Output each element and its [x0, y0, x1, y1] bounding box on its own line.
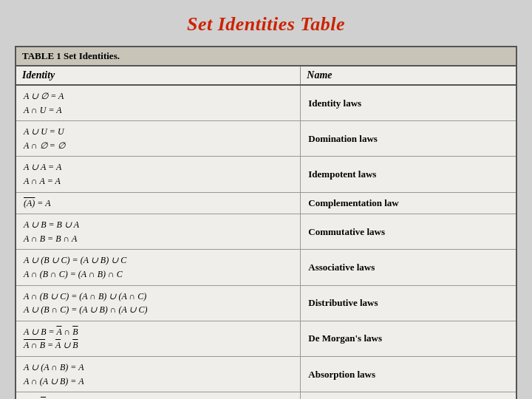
cell-identity-6: A ∩ (B ∪ C) = (A ∩ B) ∪ (A ∩ C)A ∪ (B ∩ … [16, 286, 301, 321]
col-header-name: Name [301, 66, 516, 84]
table-row: A ∪ U = UA ∩ ∅ = ∅Domination laws [16, 121, 516, 157]
table-row: A ∪ A = AA ∩ A = AIdempotent laws [16, 157, 516, 192]
cell-identity-3: (A) = A [16, 193, 301, 214]
table-row: (A) = AComplementation law [16, 193, 516, 215]
cell-name-0: Identity laws [301, 86, 516, 120]
cell-identity-7: A ∪ B = A ∩ BA ∩ B = A ∪ B [16, 321, 301, 356]
table-row: A ∩ (B ∪ C) = (A ∩ B) ∪ (A ∩ C)A ∪ (B ∩ … [16, 286, 516, 321]
cell-identity-4: A ∪ B = B ∪ AA ∩ B = B ∩ A [16, 214, 301, 249]
cell-identity-8: A ∪ (A ∩ B) = AA ∩ (A ∪ B) = A [16, 357, 301, 392]
cell-name-8: Absorption laws [301, 357, 516, 392]
cell-name-9: Complement laws [301, 392, 516, 399]
cell-name-3: Complementation law [301, 193, 516, 214]
table-label: TABLE 1 Set Identities. [22, 50, 120, 62]
set-identities-table: TABLE 1 Set Identities. Identity Name A … [15, 46, 517, 399]
cell-name-2: Idempotent laws [301, 157, 516, 191]
cell-name-4: Commutative laws [301, 214, 516, 249]
cell-identity-9: A ∪ A = UA ∩ A = ∅ [16, 392, 301, 399]
table-header: TABLE 1 Set Identities. [16, 47, 516, 66]
col-header-identity: Identity [16, 66, 301, 84]
cell-identity-2: A ∪ A = AA ∩ A = A [16, 157, 301, 191]
cell-name-6: Distributive laws [301, 286, 516, 321]
cell-name-5: Associative laws [301, 250, 516, 284]
table-row: A ∪ (A ∩ B) = AA ∩ (A ∪ B) = AAbsorption… [16, 357, 516, 392]
table-row: A ∪ A = UA ∩ A = ∅Complement laws [16, 392, 516, 399]
table-body: A ∪ ∅ = AA ∩ U = AIdentity lawsA ∪ U = U… [16, 86, 516, 399]
table-row: A ∪ B = B ∪ AA ∩ B = B ∩ ACommutative la… [16, 214, 516, 250]
cell-identity-1: A ∪ U = UA ∩ ∅ = ∅ [16, 121, 301, 156]
cell-identity-0: A ∪ ∅ = AA ∩ U = A [16, 86, 301, 120]
cell-name-7: De Morgan's laws [301, 321, 516, 356]
column-headers: Identity Name [16, 66, 516, 86]
table-row: A ∪ B = A ∩ BA ∩ B = A ∪ BDe Morgan's la… [16, 321, 516, 357]
page-title: Set Identities Table [187, 13, 345, 35]
table-row: A ∪ ∅ = AA ∩ U = AIdentity laws [16, 86, 516, 121]
table-row: A ∪ (B ∪ C) = (A ∪ B) ∪ CA ∩ (B ∩ C) = (… [16, 250, 516, 285]
cell-identity-5: A ∪ (B ∪ C) = (A ∪ B) ∪ CA ∩ (B ∩ C) = (… [16, 250, 301, 284]
cell-name-1: Domination laws [301, 121, 516, 156]
